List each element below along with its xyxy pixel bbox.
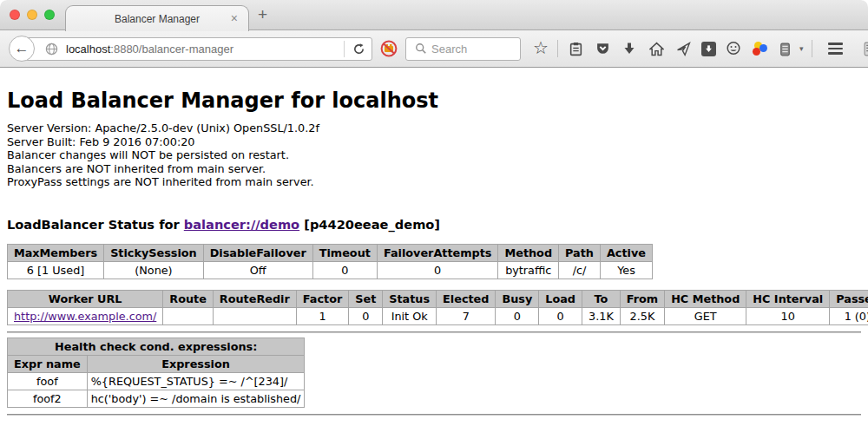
column-header: Set: [349, 290, 383, 307]
health-table-title: Health check cond. expressions:: [8, 338, 305, 355]
cell-maxmembers: 6 [1 Used]: [8, 261, 104, 279]
column-header: HC Method: [665, 290, 746, 307]
toolbar-icons: ☆: [533, 39, 868, 58]
column-header: StickySession: [104, 244, 204, 261]
column-header: DisableFailover: [203, 244, 312, 261]
search-input[interactable]: [430, 42, 512, 56]
cell-to: 3.1K: [582, 307, 621, 324]
cell-route: [163, 307, 214, 324]
column-header: Expr name: [8, 355, 88, 372]
column-header: Load: [539, 290, 582, 307]
section-divider: [7, 331, 861, 333]
balancer-settings-table: MaxMembers StickySession DisableFailover…: [7, 244, 653, 279]
navigation-toolbar: ← localhost:8880/balancer-manager: [0, 30, 868, 68]
pocket-icon[interactable]: [594, 40, 612, 58]
page-content: Load Balancer Manager for localhost Serv…: [0, 88, 868, 416]
cell-hc-method: GET: [665, 307, 746, 324]
balancer-status-heading: LoadBalancer Status for balancer://demo …: [7, 217, 861, 232]
toolbar-divider: [557, 40, 558, 57]
persist-note-line: Balancer changes will NOT be persisted o…: [7, 148, 861, 162]
table-header-row: Worker URL Route RouteRedir Factor Set S…: [8, 290, 868, 307]
search-bar[interactable]: [405, 37, 521, 61]
close-window-button[interactable]: [10, 10, 20, 20]
tab-title: Balancer Manager: [115, 13, 200, 25]
server-version-line: Server Version: Apache/2.5.0-dev (Unix) …: [7, 121, 861, 135]
globe-icon: [43, 40, 61, 58]
cell-factor: 1: [296, 307, 348, 324]
back-arrow-icon: ←: [15, 40, 30, 57]
cell-expr-name: foof: [8, 372, 88, 390]
page-screenshot-icon[interactable]: [862, 40, 868, 58]
cell-disablefailover: Off: [203, 261, 312, 279]
url-bar[interactable]: localhost:8880/balancer-manager: [21, 37, 372, 61]
chat-smiley-icon[interactable]: [725, 40, 743, 58]
column-header: Elected: [437, 290, 496, 307]
cell-failoverattempts: 0: [377, 261, 498, 279]
new-tab-button[interactable]: +: [258, 5, 267, 24]
minimize-window-button[interactable]: [27, 10, 37, 20]
column-header: Factor: [296, 290, 348, 307]
menu-hamburger-icon[interactable]: [828, 43, 843, 55]
column-header: Worker URL: [8, 290, 163, 307]
cell-hc-interval: 10: [746, 307, 830, 324]
status-heading-prefix: LoadBalancer Status for: [7, 217, 184, 232]
server-info: Server Version: Apache/2.5.0-dev (Unix) …: [7, 121, 861, 189]
table-row: http://www.example.com/ 1 0 Init Ok 7 0 …: [8, 307, 868, 324]
column-header: FailoverAttempts: [377, 244, 498, 261]
column-header: MaxMembers: [8, 244, 104, 261]
worker-url-link[interactable]: http://www.example.com/: [14, 310, 156, 323]
column-header: Timeout: [312, 244, 377, 261]
bookmark-star-icon[interactable]: ☆: [533, 37, 549, 58]
column-header: Active: [600, 244, 652, 261]
cell-worker-url: http://www.example.com/: [8, 307, 163, 324]
worker-status-table: Worker URL Route RouteRedir Factor Set S…: [7, 290, 868, 325]
reload-icon[interactable]: [350, 40, 368, 58]
status-heading-suffix: [p4420eeae_demo]: [299, 217, 440, 232]
url-bar-divider: [344, 41, 345, 57]
inherit-note-line: Balancers are NOT inherited from main se…: [7, 162, 861, 176]
home-icon[interactable]: [648, 40, 666, 58]
cell-status: Init Ok: [383, 307, 437, 324]
column-header: HC Interval: [746, 290, 830, 307]
back-button[interactable]: ←: [9, 36, 35, 62]
column-header: Status: [383, 290, 437, 307]
column-header: Path: [559, 244, 601, 261]
downloads-icon[interactable]: [621, 40, 639, 58]
cell-path: /c/: [559, 261, 601, 279]
cell-from: 2.5K: [620, 307, 664, 324]
column-header: To: [582, 290, 621, 307]
page-title: Load Balancer Manager for localhost: [7, 88, 861, 113]
send-to-device-icon[interactable]: [674, 40, 693, 58]
cell-expression: %{REQUEST_STATUS} =~ /^[234]/: [87, 372, 305, 390]
table-row: foof %{REQUEST_STATUS} =~ /^[234]/: [8, 372, 305, 390]
window-controls: [10, 10, 55, 20]
tab-strip: Balancer Manager × +: [0, 0, 868, 30]
cell-expr-name: foof2: [8, 390, 88, 407]
plugin-blocked-icon[interactable]: [380, 40, 398, 57]
cell-load: 0: [539, 307, 582, 324]
cell-routeredir: [213, 307, 296, 324]
panel-download-icon[interactable]: [701, 42, 716, 56]
bookmarks-clipboard-icon[interactable]: [567, 40, 585, 58]
bottom-divider: [7, 414, 861, 416]
battery-addon-icon[interactable]: [776, 40, 794, 58]
column-header: Expression: [87, 355, 305, 372]
tab-balancer-manager[interactable]: Balancer Manager ×: [65, 5, 249, 31]
cell-expression: hc('body') =~ /domain is established/: [87, 390, 305, 407]
table-header-row: Expr name Expression: [8, 355, 305, 372]
proxypass-note-line: ProxyPass settings are NOT inherited fro…: [7, 175, 861, 189]
chevron-down-icon[interactable]: ▾: [799, 44, 804, 53]
tab-close-icon[interactable]: ×: [231, 10, 238, 26]
cell-method: bytraffic: [498, 261, 559, 279]
url-text[interactable]: localhost:8880/balancer-manager: [66, 43, 339, 56]
table-row: foof2 hc('body') =~ /domain is establish…: [8, 390, 305, 407]
cell-stickysession: (None): [104, 261, 204, 279]
colored-dots-addon-icon[interactable]: [752, 41, 767, 56]
zoom-window-button[interactable]: [44, 10, 55, 20]
column-header: RouteRedir: [213, 290, 296, 307]
column-header: Route: [163, 290, 214, 307]
balancer-demo-link[interactable]: balancer://demo: [184, 217, 299, 232]
column-header: Busy: [496, 290, 539, 307]
column-header: Passes: [830, 290, 868, 307]
cell-elected: 7: [437, 307, 496, 324]
